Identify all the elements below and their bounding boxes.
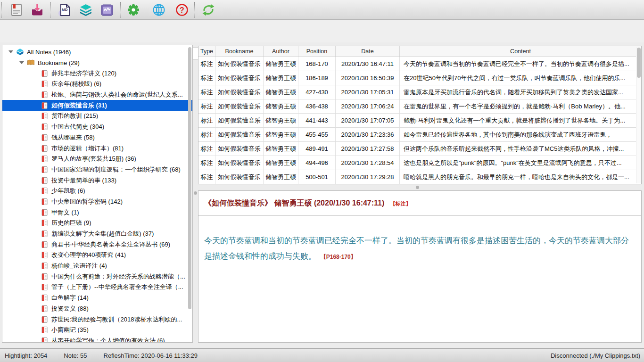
note-detail-title: 《如何假装懂音乐》 储智勇王硕 (2020/1/30 16:47:11) 【标注… (204, 198, 635, 208)
cell-date: 2020/1/30 17:27:58 (336, 142, 400, 156)
table-row[interactable]: 标注如何假装懂音乐储智勇王硕186-1892020/1/30 16:50:39在… (198, 71, 641, 85)
cell-content: 雷鬼原本是牙买加流行音乐的代名词，随着牙买加移民到了英美之类的发达国家... (400, 85, 641, 99)
tree-item-label: 钱从哪里来 (58) (51, 133, 95, 142)
cell-content: 在20世纪50年代到70年代之间，有过一类乐队，叫节奏蓝调乐队，他们使用的乐..… (400, 71, 641, 85)
column-header-position[interactable]: Position (298, 46, 336, 57)
search-row: Search ALL (0, 20, 644, 42)
tree-item-book[interactable]: 杨伯峻_论语译注 (4) (2, 261, 192, 272)
book-list: 薛兆丰经济学讲义 (120)庆余年(精校版) (6)枪炮、病菌与钢铁:人类社会的… (2, 68, 192, 343)
tree-item-label: 少年凯歌 (6) (51, 187, 85, 195)
table-row[interactable]: 标注如何假装懂音乐储智勇王硕441-4432020/1/30 17:07:05鲍… (198, 114, 641, 128)
cell-author: 储智勇王硕 (264, 156, 298, 170)
cell-position: 455-455 (298, 128, 336, 141)
cell-content: 鲍勃·马利对雷鬼文化还有一个重大贡献，就是将脏辫传播到了世界各地。关于为... (400, 114, 641, 127)
cell-position: 168-170 (298, 57, 336, 71)
sidebar-scrollbar-thumb[interactable] (188, 47, 191, 309)
bookname-icon (27, 59, 35, 66)
book-icon (41, 102, 49, 109)
gear-icon (126, 3, 140, 17)
tree-item-book[interactable]: 历史的巨镜 (9) (2, 218, 192, 229)
tree-item-book[interactable]: 中国国家治理的制度逻辑：一个组织学研究 (68) (2, 165, 192, 175)
table-row[interactable]: 标注如何假装懂音乐储智勇王硕489-4912020/1/30 17:27:58但… (198, 142, 641, 156)
cell-author: 储智勇王硕 (264, 71, 298, 85)
notes-button[interactable] (9, 3, 24, 17)
tree-item-book[interactable]: 钱从哪里来 (58) (2, 132, 192, 143)
tree-item-book[interactable]: 中央帝国的哲学密码 (142) (2, 197, 192, 207)
note-position-tag: 【P168-170】 (321, 254, 356, 260)
tree-item-bookname[interactable]: Bookname (29) (2, 58, 192, 68)
tree-item-book[interactable]: 少年凯歌 (6) (2, 186, 192, 197)
table-row[interactable]: 标注如何假装懂音乐储智勇王硕455-4552020/1/30 17:23:36如… (198, 128, 641, 142)
book-tree: All Notes (1946) Bookname (29) 薛兆丰经济学讲义 … (2, 47, 192, 343)
table-row[interactable]: 标注如何假装懂音乐储智勇王硕500-5012020/1/30 17:29:28嘻… (198, 170, 641, 184)
tree-item-book[interactable]: 中国为什么有前途：对外经济关系的战略潜能（... (2, 271, 192, 282)
column-header-content[interactable]: Content (400, 46, 641, 57)
tree-item-book[interactable]: 货币的教训 (215) (2, 111, 192, 122)
cell-type: 标注 (198, 114, 215, 127)
column-header-date[interactable]: Date (336, 46, 400, 57)
markdown-export-button[interactable]: MD (58, 3, 72, 17)
help-button[interactable]: ? (175, 3, 189, 17)
svg-text:?: ? (180, 6, 184, 14)
table-scrollbar[interactable] (636, 47, 641, 183)
tree-item-book[interactable]: 罗马人的故事(套装共15册) (36) (2, 154, 192, 165)
table-row[interactable]: 标注如何假装懂音乐储智勇王硕494-4962020/1/30 17:28:54这… (198, 156, 641, 170)
tree-item-all-notes[interactable]: All Notes (1946) (2, 47, 192, 58)
sync-button[interactable] (201, 3, 215, 17)
tree-item-label: 从零开始学写作：个人增值的有效方法 (6) (51, 337, 165, 343)
tree-item-book[interactable]: 商君书-中华经典名著全本全注全译丛书 (69) (2, 239, 192, 250)
table-row[interactable]: 标注如何假装懂音乐储智勇王硕168-1702020/1/30 16:47:11今… (198, 57, 641, 71)
note-type-tag: 【标注】 (390, 201, 411, 206)
markdown-file-icon: MD (58, 3, 72, 17)
book-icon (41, 70, 49, 77)
sync-icon (201, 3, 215, 17)
tree-item-book[interactable]: 改变心理学的40项研究 (41) (2, 250, 192, 261)
table-row[interactable]: 标注如何假装懂音乐储智勇王硕436-4382020/1/30 17:06:24在… (198, 99, 641, 114)
tree-item-label: 小窗幽记 (35) (51, 326, 89, 334)
globe-icon (152, 3, 166, 17)
disclosure-triangle-icon[interactable] (8, 50, 13, 53)
tree-item-book[interactable]: 如何假装懂音乐 (31) (2, 100, 192, 111)
table-scrollbar-thumb[interactable] (637, 48, 641, 78)
tree-item-book[interactable]: 从零开始学写作：个人增值的有效方法 (6) (2, 336, 192, 343)
tree-item-label: 庆余年(精校版) (6) (51, 80, 101, 88)
column-header-bookname[interactable]: Bookname (215, 46, 264, 57)
status-connection: Disconnected (./My Clippings.txt) (551, 352, 640, 359)
column-header-type[interactable]: Type (198, 46, 215, 57)
tree-item-book[interactable]: 枪炮、病菌与钢铁:人类社会的命运(世纪人文系... (2, 90, 192, 100)
tree-item-book[interactable]: 甲骨文 (1) (2, 207, 192, 218)
settings-button[interactable] (126, 3, 140, 17)
cell-type: 标注 (198, 128, 215, 141)
layers-button[interactable] (79, 3, 93, 17)
tree-item-book[interactable]: 管子（上下册）--中华经典名著全本全注全译（... (2, 282, 192, 293)
column-header-author[interactable]: Author (264, 46, 298, 57)
cell-date: 2020/1/30 17:05:31 (336, 85, 400, 99)
tree-item-label: 投资要义 (88) (51, 304, 89, 313)
tree-item-book[interactable]: 庆余年(精校版) (6) (2, 79, 192, 90)
web-button[interactable] (152, 3, 166, 17)
tree-item-label: 新编说文解字大全集(超值白金版) (37) (51, 230, 154, 238)
cell-position: 494-496 (298, 156, 336, 170)
import-button[interactable] (30, 3, 44, 17)
tree-item-book[interactable]: 薛兆丰经济学讲义 (120) (2, 68, 192, 79)
cell-position: 436-438 (298, 99, 336, 113)
statistics-button[interactable] (100, 3, 114, 17)
vertical-splitter-handle[interactable] (194, 191, 197, 195)
tree-item-book[interactable]: 新编说文解字大全集(超值白金版) (37) (2, 229, 192, 239)
tree-item-book[interactable]: 小窗幽记 (35) (2, 325, 192, 336)
tree-item-book[interactable]: 投资中最简单的事 (133) (2, 175, 192, 186)
cell-position: 500-501 (298, 170, 336, 184)
book-icon (41, 198, 49, 206)
table-row[interactable]: 标注如何假装懂音乐储智勇王硕427-4302020/1/30 17:05:31雷… (198, 85, 641, 99)
cell-content: 在雷鬼的世界里，有一个名字是必须提到的，就是鲍勃·马利（Bob Marley）。… (400, 99, 641, 113)
notes-table-panel: Type Bookname Author Position Date Conte… (198, 46, 642, 184)
book-icon (41, 155, 49, 163)
note-detail-title-text: 《如何假装懂音乐》 储智勇王硕 (2020/1/30 16:47:11) (204, 199, 384, 207)
tree-item-book[interactable]: 投资要义 (88) (2, 304, 192, 314)
tree-item-book[interactable]: 白鱼解字 (14) (2, 293, 192, 304)
disclosure-triangle-icon[interactable] (19, 61, 24, 64)
tree-item-book[interactable]: 苏世民:我的经验与教训（2018读桥水达利欧的... (2, 314, 192, 325)
tree-item-book[interactable]: 中国古代简史 (304) (2, 122, 192, 132)
tree-item-book[interactable]: 市场的逻辑（增订本）(81) (2, 143, 192, 154)
horizontal-splitter-handle[interactable] (416, 186, 419, 189)
